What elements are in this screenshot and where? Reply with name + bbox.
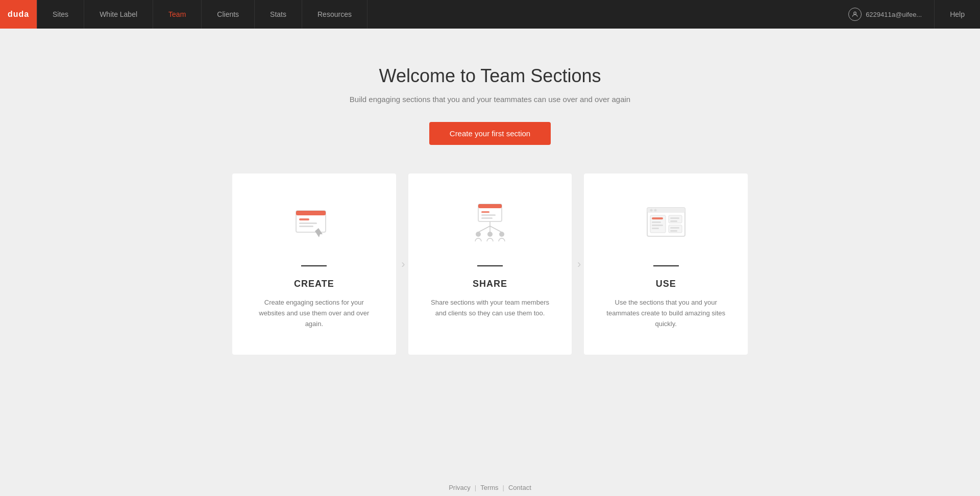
- svg-rect-30: [670, 220, 677, 222]
- svg-point-17: [487, 232, 493, 237]
- arrow-2: ›: [577, 258, 581, 271]
- svg-rect-27: [652, 228, 659, 229]
- page-subtitle: Build engaging sections that you and you…: [350, 95, 630, 104]
- nav-item-resources[interactable]: Resources: [302, 0, 368, 29]
- user-menu[interactable]: 6229411a@uifee...: [836, 8, 934, 21]
- use-icon: [643, 194, 689, 255]
- main-content: Welcome to Team Sections Build engaging …: [0, 29, 980, 467]
- footer-terms-link[interactable]: Terms: [480, 484, 498, 491]
- card-use: USE Use the sections that you and your t…: [584, 173, 748, 355]
- create-desc: Create engaging sections for your websit…: [253, 297, 376, 329]
- footer-separator-1: |: [475, 484, 476, 491]
- use-divider: [653, 265, 679, 266]
- logo-text: duda: [8, 10, 29, 19]
- use-title: USE: [656, 279, 676, 289]
- use-desc: Use the sections that you and your teamm…: [604, 297, 727, 329]
- svg-rect-24: [652, 217, 663, 219]
- nav-item-team[interactable]: Team: [153, 0, 202, 29]
- svg-rect-29: [670, 217, 679, 219]
- nav-item-clients[interactable]: Clients: [202, 0, 255, 29]
- nav-item-sites[interactable]: Sites: [37, 0, 84, 29]
- nav-item-stats[interactable]: Stats: [255, 0, 302, 29]
- share-desc: Share sections with your team members an…: [429, 297, 552, 319]
- logo[interactable]: duda: [0, 0, 37, 29]
- svg-point-21: [650, 209, 652, 212]
- navbar: duda Sites White Label Team Clients Stat…: [0, 0, 980, 29]
- svg-rect-4: [299, 222, 317, 224]
- svg-rect-25: [652, 221, 661, 223]
- user-avatar-icon: [848, 8, 862, 21]
- svg-rect-26: [652, 225, 663, 226]
- svg-rect-5: [299, 226, 313, 227]
- svg-rect-33: [670, 230, 677, 232]
- svg-point-22: [654, 209, 656, 212]
- share-title: SHARE: [473, 279, 507, 289]
- svg-point-0: [854, 12, 856, 14]
- svg-rect-10: [481, 214, 496, 216]
- svg-point-16: [476, 232, 481, 237]
- card-create: CREATE Create engaging sections for your…: [232, 173, 396, 355]
- footer-privacy-link[interactable]: Privacy: [449, 484, 471, 491]
- footer: Privacy | Terms | Contact: [0, 467, 980, 496]
- arrow-1: ›: [401, 258, 405, 271]
- svg-rect-2: [296, 211, 326, 215]
- card-share: SHARE Share sections with your team memb…: [408, 173, 572, 355]
- svg-rect-20: [647, 208, 685, 213]
- navbar-right: 6229411a@uifee... Help: [836, 0, 980, 29]
- help-link[interactable]: Help: [934, 0, 980, 29]
- footer-separator-2: |: [503, 484, 504, 491]
- nav-items: Sites White Label Team Clients Stats Res…: [37, 0, 836, 29]
- create-divider: [301, 265, 327, 266]
- page-title: Welcome to Team Sections: [379, 65, 601, 87]
- create-icon: [291, 194, 337, 255]
- svg-point-18: [499, 232, 504, 237]
- share-icon: [467, 194, 513, 255]
- nav-item-whitelabel[interactable]: White Label: [84, 0, 153, 29]
- svg-rect-8: [478, 204, 502, 208]
- create-title: CREATE: [294, 279, 334, 289]
- svg-line-15: [490, 226, 502, 232]
- svg-rect-32: [670, 227, 679, 229]
- share-divider: [477, 265, 503, 266]
- footer-contact-link[interactable]: Contact: [508, 484, 531, 491]
- svg-rect-3: [299, 218, 309, 220]
- svg-line-13: [478, 226, 490, 232]
- svg-rect-9: [481, 211, 489, 213]
- svg-rect-11: [481, 217, 493, 219]
- cards-container: CREATE Create engaging sections for your…: [232, 173, 748, 355]
- create-first-section-button[interactable]: Create your first section: [429, 122, 551, 145]
- user-email: 6229411a@uifee...: [866, 11, 922, 18]
